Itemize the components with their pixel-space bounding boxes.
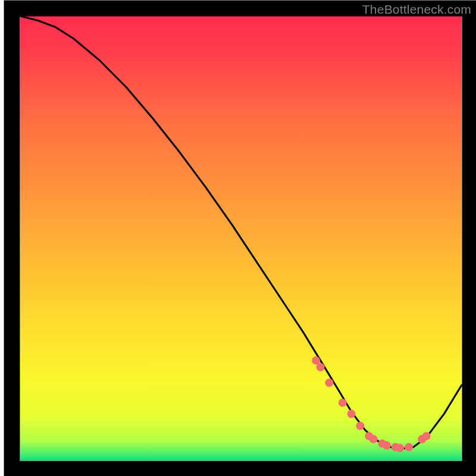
marker-dot [405, 443, 413, 452]
marker-dot [369, 435, 378, 443]
chart-svg [0, 0, 476, 476]
marker-dot [339, 399, 347, 407]
marker-dot [317, 363, 325, 371]
marker-dot [347, 410, 356, 418]
marker-dot [383, 441, 391, 450]
watermark-text: TheBottleneck.com [362, 2, 471, 17]
marker-dot [396, 444, 404, 452]
marker-dot [422, 432, 431, 440]
marker-dot [356, 422, 364, 430]
marker-dot [325, 378, 333, 387]
chart-frame: TheBottleneck.com [0, 0, 476, 476]
